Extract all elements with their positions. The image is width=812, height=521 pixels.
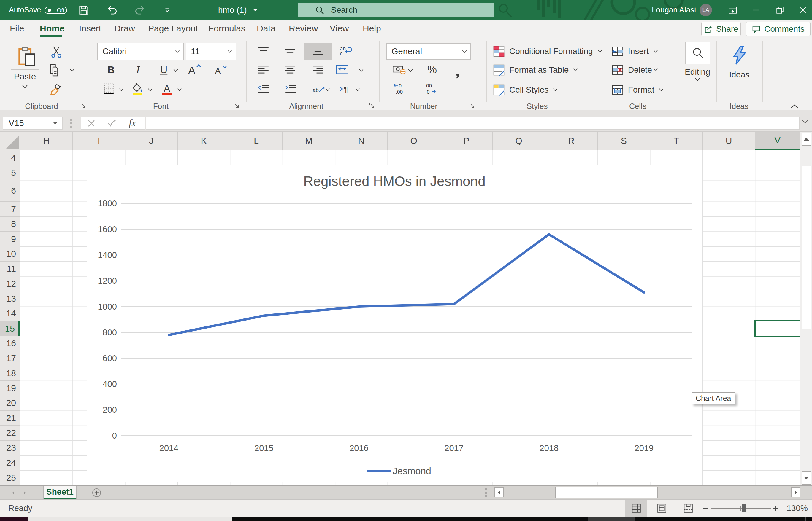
column-header-I[interactable]: I xyxy=(73,132,125,150)
sheet-nav-prev-button[interactable] xyxy=(9,486,17,500)
zoom-slider-thumb[interactable] xyxy=(742,504,746,512)
new-sheet-button[interactable] xyxy=(92,489,101,497)
chart-object[interactable]: 0200400600800100012001400160018002014201… xyxy=(87,164,702,482)
column-header-V[interactable]: V xyxy=(755,132,800,150)
undo-button[interactable] xyxy=(104,0,121,20)
row-header-25[interactable]: 25 xyxy=(0,471,20,485)
scroll-up-button[interactable] xyxy=(802,133,811,145)
editing-group-button-label[interactable]: Editing xyxy=(685,67,710,77)
share-button[interactable]: Share xyxy=(701,22,741,36)
font-size-combo[interactable]: 11 xyxy=(186,43,236,60)
cancel-formula-button[interactable] xyxy=(81,117,102,129)
italic-button[interactable]: I xyxy=(136,64,140,75)
fill-color-button[interactable] xyxy=(132,83,144,95)
row-header-8[interactable]: 8 xyxy=(0,217,20,232)
row-header-4[interactable]: 4 xyxy=(0,150,20,165)
cut-button[interactable] xyxy=(50,45,63,59)
horizontal-scrollbar-thumb[interactable] xyxy=(555,487,658,498)
wrap-text-button[interactable]: ab c xyxy=(339,46,352,57)
orientation-button[interactable]: ab xyxy=(312,83,325,95)
collapse-ribbon-button[interactable] xyxy=(790,104,799,109)
row-header-5[interactable]: 5 xyxy=(0,165,20,180)
tab-view[interactable]: View xyxy=(327,20,352,37)
column-header-Q[interactable]: Q xyxy=(493,132,545,150)
underline-button[interactable]: U xyxy=(160,64,168,76)
number-dialog-launcher[interactable] xyxy=(468,102,476,109)
row-header-6[interactable]: 6 xyxy=(0,180,20,202)
percent-style-button[interactable]: % xyxy=(427,64,437,76)
accounting-format-button[interactable] xyxy=(392,64,406,76)
view-normal-button[interactable] xyxy=(625,500,647,517)
row-header-14[interactable]: 14 xyxy=(0,306,20,321)
row-header-23[interactable]: 23 xyxy=(0,440,20,455)
align-center-button[interactable] xyxy=(284,65,296,75)
font-name-combo[interactable]: Calibri xyxy=(97,43,184,60)
column-header-M[interactable]: M xyxy=(283,132,335,150)
format-painter-button[interactable] xyxy=(49,83,63,96)
clipboard-dialog-launcher[interactable] xyxy=(80,102,87,109)
row-header-24[interactable]: 24 xyxy=(0,455,20,470)
row-header-10[interactable]: 10 xyxy=(0,246,20,261)
row-header-9[interactable]: 9 xyxy=(0,232,20,246)
paste-label[interactable]: Paste xyxy=(14,72,36,82)
editing-button[interactable] xyxy=(685,42,710,64)
format-as-table-button[interactable]: Format as Table xyxy=(493,66,582,74)
insert-cells-button[interactable]: Insert xyxy=(612,47,662,56)
row-header-21[interactable]: 21 xyxy=(0,411,20,426)
name-box[interactable]: V15 xyxy=(3,117,63,130)
align-left-button[interactable] xyxy=(257,65,269,75)
ideas-button[interactable] xyxy=(731,46,748,65)
hscroll-left-button[interactable] xyxy=(494,488,504,497)
tab-draw[interactable]: Draw xyxy=(111,20,138,37)
number-format-combo[interactable]: General xyxy=(386,43,471,60)
sheet-tab-sheet1[interactable]: Sheet1 xyxy=(43,486,77,500)
column-header-S[interactable]: S xyxy=(598,132,650,150)
decrease-decimal-button[interactable]: .00 0 xyxy=(422,83,436,95)
account-name[interactable]: Lougan Alasi xyxy=(652,0,696,20)
row-header-15[interactable]: 15 xyxy=(0,321,20,336)
accounting-dropdown-caret[interactable] xyxy=(408,69,413,72)
vertical-scrollbar[interactable] xyxy=(800,132,812,485)
hscroll-right-button[interactable] xyxy=(791,488,800,497)
decrease-indent-button[interactable] xyxy=(258,84,270,94)
row-header-12[interactable]: 12 xyxy=(0,276,20,291)
row-header-16[interactable]: 16 xyxy=(0,336,20,351)
merge-center-button[interactable] xyxy=(335,64,349,76)
column-header-N[interactable]: N xyxy=(335,132,388,150)
column-header-K[interactable]: K xyxy=(178,132,230,150)
row-header-22[interactable]: 22 xyxy=(0,426,20,440)
select-all-corner[interactable] xyxy=(0,132,20,150)
ideas-button-label[interactable]: Ideas xyxy=(729,70,750,80)
column-header-P[interactable]: P xyxy=(440,132,493,150)
search-input[interactable]: Search xyxy=(298,3,494,17)
comments-button[interactable]: Comments xyxy=(746,22,811,36)
paste-dropdown-caret[interactable] xyxy=(22,85,28,89)
column-header-U[interactable]: U xyxy=(703,132,755,150)
ribbon-display-options-button[interactable] xyxy=(724,0,742,20)
tabbar-grip-icon[interactable] xyxy=(485,488,487,498)
font-color-dropdown-caret[interactable] xyxy=(177,88,182,92)
copy-button[interactable] xyxy=(48,64,62,77)
format-cells-button[interactable]: Format xyxy=(612,85,668,94)
formula-input[interactable] xyxy=(146,117,799,130)
alignment-dialog-launcher[interactable] xyxy=(368,102,376,109)
text-direction-dropdown-caret[interactable] xyxy=(355,88,360,92)
view-page-layout-button[interactable] xyxy=(651,500,673,517)
merge-center-dropdown-caret[interactable] xyxy=(359,69,364,72)
font-color-button[interactable]: A xyxy=(161,83,174,95)
tab-insert[interactable]: Insert xyxy=(76,20,104,37)
zoom-level[interactable]: 130% xyxy=(785,500,808,517)
align-top-button[interactable] xyxy=(257,46,269,56)
underline-dropdown-caret[interactable] xyxy=(173,69,178,72)
increase-decimal-button[interactable]: 0 .00 xyxy=(393,83,407,95)
save-button[interactable] xyxy=(75,0,92,20)
tab-home[interactable]: Home xyxy=(37,20,67,37)
tab-page-layout[interactable]: Page Layout xyxy=(145,20,201,37)
row-header-11[interactable]: 11 xyxy=(0,262,20,276)
tab-file[interactable]: File xyxy=(7,20,27,37)
font-dialog-launcher[interactable] xyxy=(233,102,240,109)
row-header-13[interactable]: 13 xyxy=(0,291,20,306)
orientation-dropdown-caret[interactable] xyxy=(325,88,330,92)
conditional-formatting-button[interactable]: Conditional Formatting xyxy=(493,47,606,56)
row-header-18[interactable]: 18 xyxy=(0,366,20,381)
